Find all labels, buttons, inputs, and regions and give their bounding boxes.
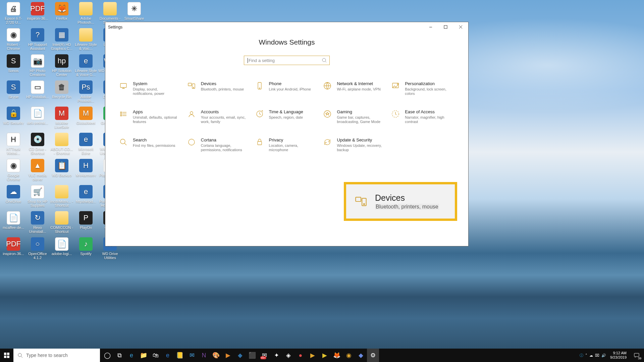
category-system[interactable]: System Display, sound, notifications, po… <box>119 81 183 96</box>
desktop-icon[interactable]: Lifewire Style & Voic... <box>74 27 98 54</box>
bluetooth-tray-icon[interactable]: ⌧ <box>595 353 599 358</box>
desktop-icon[interactable]: Adobe Photosh... <box>74 1 98 27</box>
desktop-icon[interactable]: 📄dell-preinst... <box>25 106 50 132</box>
phone-icon <box>255 81 264 90</box>
desktop-icon[interactable]: ABOUT-CO... - Shortcut <box>50 132 74 158</box>
icon-label: PlayOn <box>74 226 98 230</box>
category-privacy[interactable]: Privacy Location, camera, microphone <box>255 137 319 152</box>
plex-taskbar-icon[interactable]: ▶ <box>307 349 319 362</box>
maximize-button[interactable] <box>438 22 453 32</box>
mailplus-taskbar-icon[interactable]: ✉99+ <box>258 349 270 362</box>
desktop-icon[interactable]: MGlobalMeet <box>74 106 98 132</box>
desktop-icon[interactable]: hpHP Solution Center <box>50 54 74 80</box>
category-time[interactable]: Time & Language Speech, region, date <box>255 109 319 124</box>
desktop-icon[interactable]: ↻Revo Uninstall... <box>25 210 50 237</box>
desktop-icon[interactable]: ○OpenOffice 4.1.2 <box>25 237 50 263</box>
icon-label: Adobe Photosh... <box>74 16 98 24</box>
category-ease[interactable]: Ease of Access Narrator, magnifier, high… <box>391 109 455 124</box>
desktop-icon[interactable]: incdnMstrv... - Shortcut <box>50 184 74 210</box>
ie-taskbar-icon[interactable]: e <box>162 349 174 362</box>
desktop-icon[interactable]: ▲VLC media player <box>25 158 50 184</box>
desktop-icon[interactable]: 🗑Recycle Bin <box>50 80 74 106</box>
desktop-icon[interactable]: ◉Google Chrome <box>1 158 25 184</box>
close-button[interactable] <box>453 22 468 32</box>
desktop-icon[interactable]: ▦Intel(R) HD Graphics C... <box>50 27 74 54</box>
system-tray[interactable]: ⓘ ˄ ☁ ⌧ 🔊 9:12 AM 9/23/2019 39 <box>580 349 644 362</box>
category-devices[interactable]: Devices Bluetooth, printers, mouse <box>187 81 251 96</box>
store-taskbar-icon[interactable]: 🛍 <box>150 349 162 362</box>
paint-taskbar-icon[interactable]: 🎨 <box>210 349 222 362</box>
category-phone[interactable]: Phone Link your Android, iPhone <box>255 81 319 96</box>
desktop-icon[interactable]: ▭HP Installati... <box>25 80 50 106</box>
desktop-icon[interactable]: SSkype <box>1 80 25 106</box>
volume-tray-icon[interactable]: 🔊 <box>601 353 606 358</box>
desktop-icon[interactable]: PPlayOn <box>74 210 98 237</box>
desktop-icon[interactable]: ◉Robert - Chrome <box>1 27 25 54</box>
desktop-icon[interactable]: COMICCON - Shortcut <box>50 210 74 237</box>
task-view-button[interactable]: ◯ <box>101 349 113 362</box>
category-desc: Background, lock screen, colors <box>405 87 450 96</box>
desktop-icon[interactable]: 🛒Shop for HP Supplies <box>25 184 50 210</box>
settings-taskbar-icon[interactable]: ⚙ <box>367 349 379 362</box>
desktop-icon[interactable]: PsAdobe Photosh... <box>74 80 98 106</box>
category-accounts[interactable]: Accounts Your accounts, email, sync, wor… <box>187 109 251 124</box>
desktop-icon[interactable]: PDFinspiron-36... <box>25 1 50 27</box>
desktop-icon[interactable]: 📷HP Photo Creations <box>25 54 50 80</box>
minimize-button[interactable] <box>423 22 438 32</box>
desktop-icon[interactable]: ?HP Support Assistant <box>25 27 50 54</box>
category-update[interactable]: Update & Security Windows Update, recove… <box>323 137 387 152</box>
desktop-icon[interactable]: 💿CD Drive - Shortcut <box>25 132 50 158</box>
onedrive-tray-icon[interactable]: ☁ <box>589 353 593 358</box>
settings-search-input[interactable]: Find a setting <box>244 56 330 65</box>
category-title: Time & Language <box>269 109 303 114</box>
category-cortana[interactable]: Cortana Cortana language, permissions, n… <box>187 137 251 152</box>
misc1-taskbar-icon[interactable]: ✦ <box>270 349 282 362</box>
help-icon[interactable]: ⓘ <box>580 353 583 358</box>
action-center-button[interactable]: 39 <box>631 349 643 362</box>
desktop-icon[interactable]: SSonos <box>1 54 25 80</box>
desktop-icon[interactable]: 📄mcaffee-de... <box>1 210 25 237</box>
desktop-icon[interactable]: PDFinspiron-36... <box>1 237 25 263</box>
category-gaming[interactable]: Gaming Game bar, captures, broadcasting,… <box>323 109 387 124</box>
timeline-button[interactable]: ⧉ <box>113 349 125 362</box>
category-search[interactable]: Search Find my files, permissions <box>119 137 183 152</box>
obs-taskbar-icon[interactable]: ⬛ <box>246 349 258 362</box>
start-button[interactable] <box>0 349 13 362</box>
desktop-icon[interactable]: MMcAfee LiveSafe <box>50 106 74 132</box>
desktop-icon[interactable]: ♪Spotify <box>74 237 98 263</box>
desktop-icon[interactable]: 🦊Firefox <box>50 1 74 27</box>
mail-taskbar-icon[interactable]: ✉ <box>186 349 198 362</box>
misc2-taskbar-icon[interactable]: ◈ <box>282 349 294 362</box>
misc3-taskbar-icon[interactable]: ◆ <box>355 349 367 362</box>
spotify-taskbar-icon[interactable]: ● <box>294 349 307 362</box>
category-desc: Display, sound, notifications, power <box>133 87 178 96</box>
notes-taskbar-icon[interactable]: 📒 <box>174 349 186 362</box>
taskbar-search-input[interactable]: Type here to search <box>13 349 100 362</box>
steam-taskbar-icon[interactable]: ◆ <box>234 349 246 362</box>
firefox-taskbar-icon[interactable]: 🦊 <box>331 349 343 362</box>
file-explorer-taskbar-icon[interactable]: 📁 <box>138 349 150 362</box>
desktop-icon[interactable]: 📋WD Backup <box>50 158 74 184</box>
edge-taskbar-icon[interactable]: e <box>125 349 138 362</box>
category-network[interactable]: Network & Internet Wi-Fi, airplane mode,… <box>323 81 387 96</box>
desktop-icon[interactable]: 🔒WD Security <box>1 106 25 132</box>
onenote-taskbar-icon[interactable]: N <box>198 349 210 362</box>
play-taskbar-icon[interactable]: ▶ <box>319 349 331 362</box>
desktop-icon[interactable]: HHTTrack Websi... <box>1 132 25 158</box>
category-apps[interactable]: Apps Uninstall, defaults, optional featu… <box>119 109 183 124</box>
desktop-icon[interactable]: 📄adobe-logi... <box>50 237 74 263</box>
desktop-icon[interactable]: HMyHarmony <box>74 158 98 184</box>
media-taskbar-icon[interactable]: ▶ <box>222 349 234 362</box>
icon-label: incdnMstrv... - Shortcut <box>50 199 73 207</box>
desktop-icon[interactable]: eMicrosoft Edge <box>74 132 98 158</box>
app-icon: e <box>79 54 93 68</box>
desktop-icon[interactable]: ehttpshelpd... <box>74 184 98 210</box>
desktop-icon[interactable]: ☁OneDrive <box>1 184 25 210</box>
category-personalization[interactable]: Personalization Background, lock screen,… <box>391 81 455 96</box>
titlebar[interactable]: Settings <box>105 22 468 32</box>
chrome-taskbar-icon[interactable]: ◉ <box>343 349 355 362</box>
desktop-icon[interactable]: eLifewire Style & Voice G... <box>74 54 98 80</box>
taskbar-clock[interactable]: 9:12 AM 9/23/2019 <box>608 351 629 360</box>
desktop-icon[interactable]: 🖨Epson ET-2720 U... <box>1 1 25 27</box>
tray-chevron-up-icon[interactable]: ˄ <box>585 353 587 358</box>
